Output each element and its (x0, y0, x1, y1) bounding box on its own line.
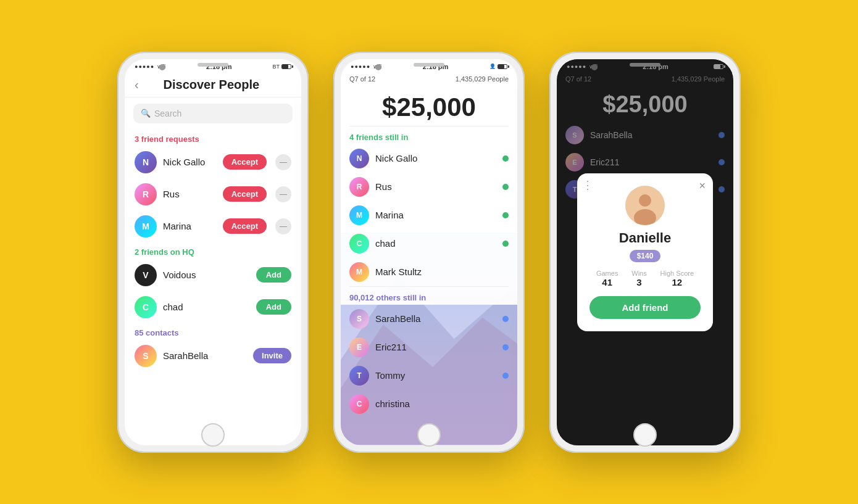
add-chad-button[interactable]: Add (256, 299, 291, 315)
signal-dot: ●●●●● (135, 64, 154, 70)
invite-sarah-button[interactable]: Invite (253, 348, 291, 363)
stat-highscore: High Score 12 (660, 270, 694, 287)
friends-in-label: 4 friends still in (341, 126, 517, 144)
player-mark: M Mark Stultz (341, 258, 517, 286)
highscore-value: 12 (660, 277, 694, 287)
camera-2 (375, 64, 381, 70)
tommy-name: Tommy (375, 370, 496, 381)
avatar-eric: E (349, 337, 369, 357)
rus-name-2: Rus (375, 181, 496, 192)
eric-name: Eric211 (375, 342, 496, 352)
speaker-1 (198, 63, 228, 67)
avatar-marina: M (135, 215, 157, 238)
question-count: Q7 of 12 (349, 75, 375, 83)
search-bar[interactable]: 🔍 Search (133, 104, 293, 123)
avatar-mark: M (349, 262, 369, 282)
status-dot-sarah (502, 316, 509, 322)
status-dot-chad (502, 241, 509, 247)
avatar-nick: N (135, 151, 157, 173)
avatar-rus: R (135, 183, 157, 205)
contacts-label: 85 contacts (125, 323, 301, 340)
dismiss-marina-button[interactable]: — (275, 218, 291, 234)
battery-icon-1 (281, 64, 291, 69)
games-value: 41 (596, 277, 618, 287)
home-button-1[interactable] (201, 423, 225, 447)
avatar-sarah: S (135, 345, 157, 367)
avatar-sarah-2: S (349, 309, 369, 329)
accept-rus-button[interactable]: Accept (223, 186, 267, 202)
others-in-label: 90,012 others still in (341, 287, 517, 305)
hq-chad: C chad Add (125, 291, 301, 323)
modal-avatar[interactable] (625, 186, 665, 225)
chad-name-2: chad (375, 238, 496, 249)
player-marina: M Marina (341, 201, 517, 229)
player-christina: C christina (341, 390, 517, 418)
modal-stats: Games 41 Wins 3 High Score 12 (589, 270, 701, 287)
christina-name: christina (375, 399, 509, 409)
add-friend-button[interactable]: Add friend (589, 296, 701, 319)
player-eric: E Eric211 (341, 333, 517, 361)
modal-badge: $140 (630, 250, 661, 262)
status-dot-nick (502, 155, 509, 162)
status-icons-1: BT (272, 64, 291, 70)
player-sarah: S SarahBella (341, 305, 517, 333)
add-voidous-button[interactable]: Add (256, 267, 291, 283)
danielle-avatar-img (625, 186, 665, 225)
svg-point-4 (639, 194, 651, 207)
stat-games: Games 41 (596, 270, 618, 287)
games-label: Games (596, 270, 618, 277)
more-options-icon[interactable]: ⋮ (582, 178, 593, 192)
wins-value: 3 (631, 277, 646, 287)
player-chad: C chad (341, 229, 517, 258)
camera-1 (159, 64, 165, 70)
accept-nick-button[interactable]: Accept (223, 154, 267, 170)
prize-amount-2: $25,000 (341, 86, 517, 126)
phone-2: ●●●●● wifi 2:18 pm 👤 Q7 of 12 1,435,029 … (333, 52, 525, 453)
phone-1-screen: ●●●●● wifi 2:18 pm BT ‹ Discover People … (125, 59, 301, 445)
hq-voidous: V Voidous Add (125, 259, 301, 291)
home-button-3[interactable] (633, 423, 657, 447)
home-button-2[interactable] (417, 423, 441, 447)
status-icons-2: 👤 (489, 64, 507, 69)
search-icon: 🔍 (141, 109, 151, 118)
back-arrow-icon[interactable]: ‹ (135, 78, 139, 92)
friends-hq-label: 2 friends on HQ (125, 242, 301, 259)
avatar-chad-2: C (349, 234, 369, 254)
status-dot-rus (502, 184, 509, 190)
accept-marina-button[interactable]: Accept (223, 218, 267, 234)
dismiss-nick-button[interactable]: — (275, 154, 291, 170)
player-rus: R Rus (341, 173, 517, 201)
avatar-tommy: T (349, 366, 369, 386)
voidous-name: Voidous (163, 270, 250, 280)
avatar-marina-2: M (349, 205, 369, 225)
avatar-voidous: V (135, 264, 157, 286)
chad-name: chad (163, 302, 250, 312)
modal-close-button[interactable]: × (699, 180, 706, 192)
battery-2 (498, 64, 507, 69)
nick-name: Nick Gallo (163, 157, 217, 167)
player-nick: N Nick Gallo (341, 144, 517, 173)
contact-sarahbella: S SarahBella Invite (125, 340, 301, 372)
avatar-chad: C (135, 296, 157, 318)
marina-name: Marina (163, 221, 217, 231)
avatar-christina: C (349, 394, 369, 414)
phone-3: ●●●●● wifi 2:18 pm Q7 of 12 1,435,029 Pe… (549, 52, 741, 453)
mark-name: Mark Stultz (375, 266, 509, 277)
friend-request-rus: R Rus Accept — (125, 178, 301, 210)
avatar-rus-2: R (349, 177, 369, 197)
discover-header: ‹ Discover People (125, 73, 301, 97)
phone-3-screen: ●●●●● wifi 2:18 pm Q7 of 12 1,435,029 Pe… (557, 59, 733, 445)
player-tommy: T Tommy (341, 361, 517, 390)
friend-request-marina: M Marina Accept — (125, 210, 301, 242)
stat-wins: Wins 3 (631, 270, 646, 287)
phones-container: ●●●●● wifi 2:18 pm BT ‹ Discover People … (117, 52, 741, 453)
avatar-nick-2: N (349, 149, 369, 168)
friend-request-nick: N Nick Gallo Accept — (125, 146, 301, 178)
page-title: Discover People (144, 78, 279, 92)
status-dot-eric (502, 344, 509, 350)
status-dot-marina (502, 212, 509, 218)
modal-overlay: ⋮ × Danielle $140 Games (557, 59, 733, 445)
status-dot-tommy (502, 373, 509, 379)
dismiss-rus-button[interactable]: — (275, 186, 291, 202)
sarah-name: SarahBella (163, 350, 247, 361)
